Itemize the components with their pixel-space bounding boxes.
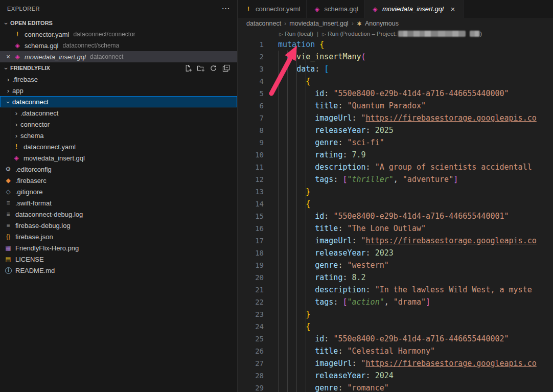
code-text: imageUrl: "https://firebasestorage.googl…	[278, 236, 537, 245]
tree-item-dataconnect.yaml[interactable]: !dataconnect.yaml	[0, 141, 237, 152]
code-token	[278, 224, 315, 233]
code-line[interactable]: 7 imageUrl: "https://firebasestorage.goo…	[238, 112, 553, 124]
chevron-icon: ›	[5, 98, 12, 106]
open-editor-item[interactable]: !connector.yamldataconnect/connector	[0, 29, 237, 40]
open-editor-item[interactable]: ×◈moviedata_insert.gqldataconnect	[0, 51, 237, 62]
code-token: title	[315, 224, 338, 233]
tree-item-.firebaserc[interactable]: ◆.firebaserc	[0, 175, 237, 186]
tree-item-moviedata_insert.gql[interactable]: ◈moviedata_insert.gql	[0, 152, 237, 164]
code-line[interactable]: 8 releaseYear: 2025	[238, 124, 553, 136]
code-line[interactable]: 5 id: "550e8400-e29b-41d4-a716-446655440…	[238, 87, 553, 100]
line-number: 13	[238, 186, 264, 198]
open-editors-label: OPEN EDITORS	[10, 20, 53, 26]
graphql-icon: ◈	[371, 6, 379, 13]
code-line[interactable]: 10 rating: 7.9	[238, 149, 553, 161]
code-line[interactable]: 27 imageUrl: "https://firebasestorage.go…	[238, 357, 553, 370]
code-line[interactable]: 16 title: "The Lone Outlaw"	[238, 222, 553, 235]
code-line[interactable]: 4 {	[238, 75, 553, 87]
code-line[interactable]: 26 title: "Celestial Harmony"	[238, 345, 553, 357]
code-token: ,	[394, 175, 403, 184]
code-line[interactable]: 18 releaseYear: 2023	[238, 247, 553, 259]
code-token: "550e8400-e29b-41d4-a716-446655440000"	[333, 89, 509, 98]
folder-section-header[interactable]: › FRIENDLYFLIX	[0, 62, 237, 74]
code-token	[278, 113, 315, 123]
tree-item-label: README.md	[15, 267, 55, 274]
tree-item-.dataconnect[interactable]: ›.dataconnect	[0, 107, 237, 119]
code-text: rating: 7.9	[278, 150, 366, 159]
code-token: :	[338, 261, 347, 270]
code-line[interactable]: 20 rating: 8.2	[238, 271, 553, 284]
code-line[interactable]: 19 genre: "western"	[238, 259, 553, 271]
tab-moviedata_insert.gql[interactable]: ◈moviedata_insert.gql×	[365, 0, 464, 18]
code-line[interactable]: 25 id: "550e8400-e29b-41d4-a716-44665544…	[238, 333, 553, 345]
tree-item-dataconnect[interactable]: ›dataconnect	[0, 96, 237, 107]
new-folder-icon[interactable]	[196, 64, 204, 72]
tree-item-schema[interactable]: ›schema	[0, 130, 237, 141]
code-line[interactable]: 22 tags: ["action", "drama"]	[238, 296, 553, 308]
line-number: 29	[238, 382, 264, 392]
tree-item-connector[interactable]: ›connector	[0, 119, 237, 130]
code-token: "In the lawless Wild West, a myste	[375, 285, 532, 294]
tab-schema.gql[interactable]: ◈schema.gql	[307, 0, 364, 18]
code-token: {	[306, 77, 310, 86]
breadcrumb-item[interactable]: moviedata_insert.gql	[289, 20, 348, 27]
tree-item-README.md[interactable]: iREADME.md	[0, 265, 237, 276]
code-line[interactable]: 3 data: [	[238, 63, 553, 75]
tree-item-.editorconfig[interactable]: ⚙.editorconfig	[0, 164, 237, 175]
open-editors-section-header[interactable]: › OPEN EDITORS	[0, 17, 237, 29]
code-line[interactable]: 28 releaseYear: 2024	[238, 370, 553, 382]
run-production-button[interactable]: ▷Run (Production – Project: )	[322, 31, 482, 37]
code-line[interactable]: 1mutation {	[238, 38, 553, 51]
code-line[interactable]: 15 id: "550e8400-e29b-41d4-a716-44665544…	[238, 210, 553, 222]
code-line[interactable]: 23 }	[238, 308, 553, 320]
new-file-icon[interactable]	[183, 64, 192, 72]
code-line[interactable]: 29 genre: "romance"	[238, 382, 553, 392]
tree-item-label: schema	[20, 132, 44, 140]
tree-item-dataconnect-debug.log[interactable]: ≡dataconnect-debug.log	[0, 209, 237, 220]
tab-connector.yaml[interactable]: !connector.yaml	[238, 0, 307, 18]
code-line[interactable]: 24 {	[238, 320, 553, 333]
code-line[interactable]: 21 description: "In the lawless Wild Wes…	[238, 284, 553, 296]
open-editor-path: dataconnect	[90, 53, 123, 60]
more-actions-icon[interactable]: ⋯	[222, 6, 231, 11]
code-line[interactable]: 13 }	[238, 186, 553, 198]
explorer-header: EXPLORER ⋯	[0, 0, 237, 17]
tree-item-app[interactable]: ›app	[0, 85, 237, 96]
tree-item-.firebase[interactable]: ›.firebase	[0, 74, 237, 85]
code-line[interactable]: 11 description: "A group of scientists a…	[238, 161, 553, 173]
breadcrumb-item[interactable]: dataconnect	[246, 20, 281, 27]
tree-item-firebase.json[interactable]: {}firebase.json	[0, 231, 237, 242]
tree-item-.swift-format[interactable]: ≡.swift-format	[0, 197, 237, 209]
run-local-button[interactable]: ▷Run (local)	[279, 31, 313, 37]
tree-item-firebase-debug.log[interactable]: ≡firebase-debug.log	[0, 220, 237, 231]
tree-item-.gitignore[interactable]: ◇.gitignore	[0, 186, 237, 197]
code-line[interactable]: 9 genre: "sci-fi"	[238, 136, 553, 149]
file-tree: ›.firebase›app›dataconnect›.dataconnect›…	[0, 74, 237, 276]
code-line[interactable]: 14 {	[238, 198, 553, 210]
code-line[interactable]: 2 movie_insertMany(	[238, 51, 553, 63]
code-token: title	[315, 347, 338, 356]
breadcrumb-item[interactable]: Anonymous	[365, 20, 399, 27]
tab-close-icon[interactable]: ×	[449, 5, 457, 13]
code-token	[278, 77, 306, 86]
code-token	[278, 236, 315, 245]
refresh-icon[interactable]	[209, 64, 217, 72]
collapse-all-icon[interactable]	[222, 64, 230, 72]
code-token: [	[324, 64, 329, 74]
code-line[interactable]: 6 title: "Quantum Paradox"	[238, 100, 553, 112]
explorer-sidebar: EXPLORER ⋯ › OPEN EDITORS !connector.yam…	[0, 0, 238, 392]
vscode-window: EXPLORER ⋯ › OPEN EDITORS !connector.yam…	[0, 0, 553, 392]
line-number: 2	[238, 51, 264, 63]
code-token	[278, 212, 315, 221]
code-token: "	[361, 113, 366, 123]
chevron-icon: ›	[12, 121, 20, 128]
code-line[interactable]: 12 tags: ["thriller", "adventure"]	[238, 173, 553, 186]
code-editor[interactable]: ▷Run (local)|▷Run (Production – Project:…	[238, 29, 553, 392]
open-editor-item[interactable]: ◈schema.gqldataconnect/schema	[0, 40, 237, 51]
code-token	[278, 261, 315, 270]
close-icon[interactable]: ×	[4, 53, 12, 61]
code-line[interactable]: 17 imageUrl: "https://firebasestorage.go…	[238, 235, 553, 247]
run-production-label: Run (Production – Project:	[328, 31, 398, 37]
tree-item-LICENSE[interactable]: ▤LICENSE	[0, 253, 237, 265]
tree-item-FriendlyFlix-Hero.png[interactable]: ▦FriendlyFlix-Hero.png	[0, 242, 237, 253]
